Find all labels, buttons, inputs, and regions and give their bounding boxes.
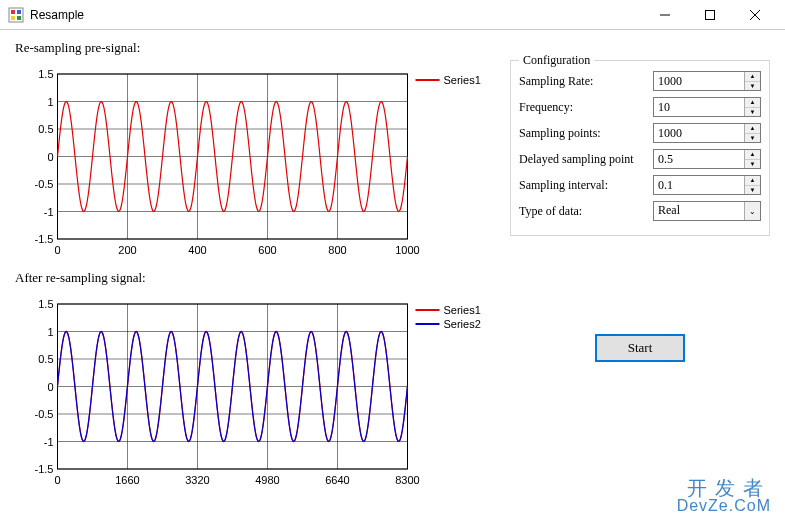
svg-rect-6 [705,10,714,19]
sampling-points-field[interactable] [654,124,744,142]
svg-text:-0.5: -0.5 [35,178,54,190]
type-of-data-label: Type of data: [519,204,649,219]
svg-rect-2 [17,10,21,14]
maximize-button[interactable] [687,0,732,29]
svg-rect-1 [11,10,15,14]
svg-text:0: 0 [47,381,53,393]
svg-text:-1: -1 [44,436,54,448]
svg-text:3320: 3320 [185,474,209,486]
svg-text:-1.5: -1.5 [35,233,54,245]
svg-text:-1.5: -1.5 [35,463,54,475]
svg-rect-4 [17,16,21,20]
svg-text:400: 400 [188,244,206,256]
delayed-point-field[interactable] [654,150,744,168]
spinner-up-icon[interactable]: ▲ [745,98,760,108]
app-icon [8,7,24,23]
spinner-down-icon[interactable]: ▼ [745,160,760,169]
chart-pre-signal: -1.5-1-0.500.511.502004006008001000Serie… [15,64,500,264]
start-button-label: Start [628,340,653,356]
spinner-up-icon[interactable]: ▲ [745,150,760,160]
svg-text:Series1: Series1 [444,74,481,86]
delayed-point-input[interactable]: ▲▼ [653,149,761,169]
minimize-button[interactable] [642,0,687,29]
svg-rect-3 [11,16,15,20]
svg-text:-0.5: -0.5 [35,408,54,420]
sampling-interval-input[interactable]: ▲▼ [653,175,761,195]
svg-text:1660: 1660 [115,474,139,486]
type-of-data-select[interactable]: Real ⌄ [653,201,761,221]
svg-text:1.5: 1.5 [38,68,53,80]
sampling-rate-input[interactable]: ▲▼ [653,71,761,91]
after-signal-label: After re-sampling signal: [15,270,500,286]
svg-text:1.5: 1.5 [38,298,53,310]
svg-text:0: 0 [54,474,60,486]
config-legend: Configuration [519,53,594,68]
svg-text:8300: 8300 [395,474,419,486]
svg-text:6640: 6640 [325,474,349,486]
frequency-label: Frequency: [519,100,649,115]
type-of-data-value: Real [654,202,744,220]
chart-after-signal: -1.5-1-0.500.511.5016603320498066408300S… [15,294,500,494]
frequency-field[interactable] [654,98,744,116]
svg-text:4980: 4980 [255,474,279,486]
svg-text:0: 0 [47,151,53,163]
svg-text:800: 800 [328,244,346,256]
delayed-point-label: Delayed sampling point [519,152,649,167]
sampling-points-input[interactable]: ▲▼ [653,123,761,143]
spinner-down-icon[interactable]: ▼ [745,134,760,143]
window-title: Resample [30,8,642,22]
svg-text:600: 600 [258,244,276,256]
sampling-interval-label: Sampling interval: [519,178,649,193]
svg-text:1: 1 [47,96,53,108]
spinner-up-icon[interactable]: ▲ [745,176,760,186]
config-fieldset: Configuration Sampling Rate: ▲▼ Frequenc… [510,60,770,236]
svg-text:Series1: Series1 [444,304,481,316]
svg-text:-1: -1 [44,206,54,218]
close-button[interactable] [732,0,777,29]
svg-text:1000: 1000 [395,244,419,256]
pre-signal-label: Re-sampling pre-signal: [15,40,500,56]
start-button[interactable]: Start [595,334,685,362]
spinner-up-icon[interactable]: ▲ [745,72,760,82]
chevron-down-icon[interactable]: ⌄ [744,202,760,220]
svg-text:Series2: Series2 [444,318,481,330]
svg-text:0.5: 0.5 [38,353,53,365]
sampling-rate-label: Sampling Rate: [519,74,649,89]
frequency-input[interactable]: ▲▼ [653,97,761,117]
svg-text:1: 1 [47,326,53,338]
svg-text:0.5: 0.5 [38,123,53,135]
spinner-down-icon[interactable]: ▼ [745,186,760,195]
spinner-down-icon[interactable]: ▼ [745,108,760,117]
sampling-interval-field[interactable] [654,176,744,194]
svg-text:0: 0 [54,244,60,256]
spinner-up-icon[interactable]: ▲ [745,124,760,134]
spinner-down-icon[interactable]: ▼ [745,82,760,91]
sampling-rate-field[interactable] [654,72,744,90]
titlebar: Resample [0,0,785,30]
svg-text:200: 200 [118,244,136,256]
sampling-points-label: Sampling points: [519,126,649,141]
